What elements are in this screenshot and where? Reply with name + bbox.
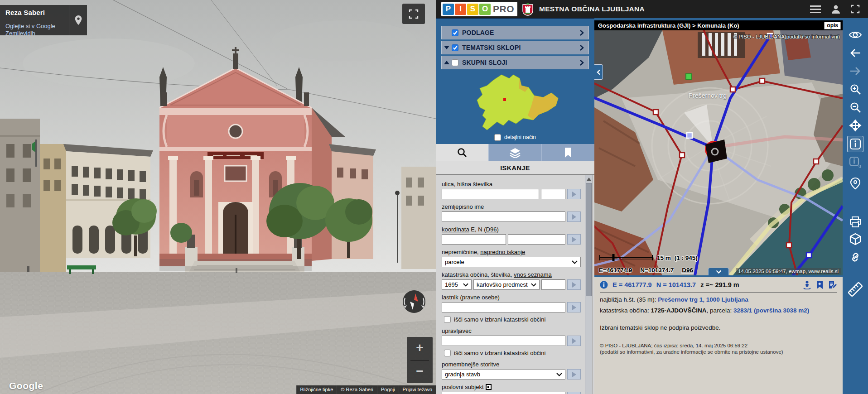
tematski-checkbox[interactable] [452,44,458,51]
skupni-checkbox[interactable] [452,59,458,66]
chevron-right-icon[interactable] [579,29,584,36]
report-edit-icon[interactable] [828,280,837,289]
panel-collapse-tab[interactable] [594,64,603,80]
zoom-out-button[interactable]: − [407,360,433,384]
only-cadastral-checkbox[interactable] [444,316,451,323]
business-search-button[interactable] [567,392,581,394]
owner-search-button[interactable] [567,302,581,312]
coordinate-n-input[interactable] [508,234,565,245]
services-field-label: pomembnejše storitve [442,361,581,368]
user-icon[interactable] [831,4,841,14]
only-cadastral-checkbox-row[interactable]: išči samo v izbrani katastrski občini [442,316,581,323]
advanced-search-link[interactable]: napredno iskanje [480,249,525,255]
municipality-overview-map[interactable] [436,71,594,133]
open-in-google-maps-link[interactable]: Oglejte si v Google Zemljevidih [5,23,64,35]
opis-button[interactable]: opis [824,22,841,29]
chevron-right-icon[interactable] [579,44,584,51]
coordinate-link[interactable]: koordinata [442,226,469,233]
triangle-down-icon[interactable] [442,46,452,49]
scroll-up-arrow[interactable] [585,176,592,183]
services-search-button[interactable] [567,369,581,380]
coordinate-search-button[interactable] [567,234,581,245]
visibility-eye-button[interactable] [847,27,863,43]
manager-search-button[interactable] [567,336,581,346]
tab-search[interactable] [436,144,488,161]
view-3d-button[interactable] [847,231,863,247]
play-icon [572,372,576,377]
map-collapse-down-tab[interactable] [708,268,729,275]
accordion-skupni-sloji[interactable]: SKUPNI SLOJI [441,56,589,69]
accordion-tematski-sklopi[interactable]: TEMATSKI SKLOPI [441,41,589,54]
cadastral-name-value: karlovško predmest [477,281,528,288]
play-icon [572,237,576,242]
parcel-label: , parcela: [707,307,733,314]
realestate-select[interactable]: parcele [442,257,581,267]
info-footer-copyright: © PISO - LJUBLJANA; čas izpisa: sreda, 1… [600,343,837,348]
tab-bookmarks[interactable] [541,144,594,161]
zoom-out-map-button[interactable] [847,99,863,115]
zoom-in-map-button[interactable] [847,81,863,97]
compass-control[interactable] [401,288,427,315]
nearest-address-link[interactable]: Prešernov trg 1, 1000 Ljubljana [658,296,748,303]
map-pin-icon[interactable] [69,5,87,35]
map-canvas[interactable]: © PISO - LJUBLJANA(podatki so informativ… [594,30,843,275]
logo-letter-p: P [443,4,454,15]
next-view-button[interactable] [847,63,863,79]
previous-view-button[interactable] [847,45,863,61]
manager-input[interactable] [442,336,565,346]
detail-mode-row[interactable]: detajlni način [436,133,594,142]
chevron-down-icon [556,373,562,376]
share-link-button[interactable] [847,249,863,265]
app-fullscreen-icon[interactable] [851,5,860,14]
house-number-input[interactable] [541,189,565,199]
business-input[interactable] [442,392,565,394]
coordinate-system-link[interactable]: D96 [682,267,693,274]
locate-button[interactable] [847,175,863,192]
d96-link[interactable]: D96 [486,226,497,233]
services-select[interactable]: gradnja stavb [442,369,565,380]
detail-mode-checkbox[interactable] [494,134,501,141]
panel-tabs [436,144,594,161]
piso-pro-logo[interactable]: P I S O PRO [441,2,517,16]
street-view-pane[interactable]: Reza Saberi Oglejte si v Google Zemljevi… [0,0,436,394]
streetview-pegman-icon[interactable] [803,280,811,289]
triangle-up-icon[interactable] [442,61,452,64]
chevron-right-icon[interactable] [579,59,584,66]
form-scrollbar[interactable] [585,175,593,394]
only-cadastral-checkbox-row-2[interactable]: išči samo v izbrani katastrski občini [442,349,581,357]
scale-ratio[interactable]: (1 : 945) [675,255,698,261]
list-entry-link[interactable]: vnos seznama [514,271,552,278]
coordinate-e-input[interactable] [442,234,506,245]
tab-layers[interactable] [488,144,541,161]
geoname-search-button[interactable] [567,211,581,222]
street-input[interactable] [442,189,539,199]
print-button[interactable] [847,214,863,230]
only-cadastral-checkbox-2[interactable] [444,350,451,356]
identify-info-button[interactable] [847,136,863,152]
cadastral-code-select[interactable]: 1695 [442,279,472,290]
geoname-input[interactable] [442,211,565,222]
streetview-fullscreen-button[interactable] [402,4,425,24]
street-search-button[interactable] [567,189,581,199]
streetview-zoom-control: + − [407,337,433,383]
menu-icon[interactable] [810,5,821,13]
shortcut-keys-link[interactable]: Bližnjične tipke [296,385,337,394]
report-problem-link[interactable]: Prijavi težavo [399,385,436,394]
bookmark-icon [564,147,572,158]
scrollbar-thumb[interactable] [586,183,592,296]
identify-gji-button[interactable]: g [847,154,863,170]
chevron-down-icon [463,283,468,287]
cadastral-name-select[interactable]: karlovško predmest [473,279,540,290]
zoom-in-button[interactable]: + [407,337,433,360]
measure-button[interactable] [846,280,864,298]
parcel-link[interactable]: 3283/1 (površina 3038 m2) [733,307,809,314]
podlage-checkbox[interactable] [452,29,458,36]
realestate-field-label: nepremičnine, napredno iskanje [442,249,581,256]
accordion-podlage[interactable]: PODLAGE [441,26,589,39]
parcel-number-input[interactable] [541,279,565,290]
pan-button[interactable] [847,117,863,134]
owner-input[interactable] [442,302,565,312]
cadastral-search-button[interactable] [567,279,581,290]
add-bookmark-icon[interactable] [816,280,824,289]
terms-link[interactable]: Pogoji [377,385,399,394]
